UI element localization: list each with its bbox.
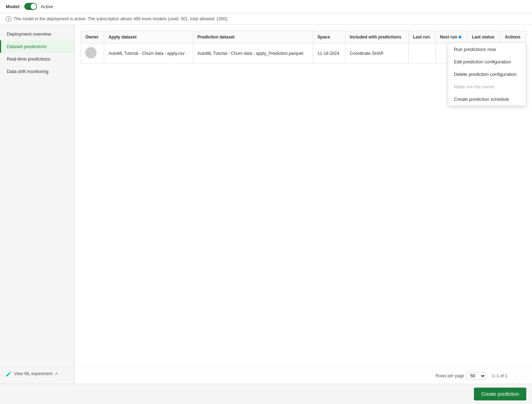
- info-bar: i The model in the deployment is active.…: [0, 13, 532, 25]
- flask-icon: 🧪: [6, 371, 12, 377]
- dropdown-item-edit-prediction-config[interactable]: Edit prediction configuration: [448, 56, 526, 68]
- sort-indicator: [459, 36, 461, 38]
- create-prediction-button[interactable]: Create prediction: [474, 388, 526, 400]
- sidebar-nav: Deployment overview Dataset predictions …: [0, 28, 75, 366]
- rows-per-page-label: Rows per page: [436, 373, 465, 378]
- cell-apply-dataset: AutoML Tutorial - Churn data - apply.csv: [104, 43, 193, 63]
- dropdown-item-create-prediction-schedule[interactable]: Create prediction schedule: [448, 93, 526, 105]
- rows-per-page-select[interactable]: 50 25 100: [466, 372, 486, 380]
- sidebar: Deployment overview Dataset predictions …: [0, 25, 75, 384]
- cell-last-run: [409, 43, 436, 63]
- avatar: [85, 47, 97, 58]
- sidebar-item-dataset-predictions[interactable]: Dataset predictions: [0, 40, 75, 53]
- col-prediction-dataset: Prediction dataset: [193, 31, 313, 43]
- page-info: 1–1 of 1: [492, 373, 507, 378]
- cell-space: 11-18-2024: [313, 43, 345, 63]
- dropdown-item-delete-prediction-config[interactable]: Delete prediction configuration: [448, 68, 526, 81]
- table-footer: Rows per page 50 25 100 1–1 of 1 ‹ ›: [75, 368, 532, 384]
- model-toggle[interactable]: [24, 3, 37, 10]
- active-label: Active: [41, 4, 53, 9]
- col-last-run: Last run: [409, 31, 436, 43]
- sidebar-item-deployment-overview[interactable]: Deployment overview: [0, 28, 75, 40]
- dropdown-menu: Run predictions now Edit prediction conf…: [448, 43, 526, 106]
- col-owner: Owner: [81, 31, 104, 43]
- top-bar: Model: Active: [0, 0, 532, 13]
- dropdown-item-run-predictions-now[interactable]: Run predictions now: [448, 43, 526, 56]
- sidebar-item-realtime-predictions[interactable]: Real-time predictions: [0, 53, 75, 65]
- content-area: Owner Apply dataset Prediction dataset S…: [75, 25, 532, 384]
- dropdown-item-make-me-owner: Make me the owner: [448, 81, 526, 93]
- cell-prediction-dataset: AutoML Tutorial - Churn data - apply_Pre…: [193, 43, 313, 63]
- view-ml-experiment-link[interactable]: 🧪 View ML experiment ↗: [0, 366, 75, 381]
- table-container: Owner Apply dataset Prediction dataset S…: [75, 25, 532, 368]
- next-page-button[interactable]: ›: [520, 372, 526, 380]
- rows-per-page-control: Rows per page 50 25 100: [436, 372, 486, 380]
- col-actions: Actions: [500, 31, 526, 43]
- col-next-run[interactable]: Next run: [435, 31, 467, 43]
- col-space: Space: [313, 31, 345, 43]
- prev-page-button[interactable]: ‹: [513, 372, 519, 380]
- cell-owner: [81, 43, 104, 63]
- external-link-icon: ↗: [55, 372, 58, 376]
- col-apply-dataset: Apply dataset: [104, 31, 193, 43]
- info-message: The model in the deployment is active. T…: [14, 16, 229, 21]
- bottom-bar: Create prediction: [0, 384, 532, 404]
- info-icon: i: [6, 16, 11, 22]
- cell-included-with-predictions: Coordinate SHAP: [345, 43, 408, 63]
- sidebar-item-data-drift-monitoring[interactable]: Data drift monitoring: [0, 65, 75, 78]
- view-ml-experiment-label: View ML experiment: [14, 371, 52, 376]
- pagination-nav: ‹ ›: [513, 372, 526, 380]
- model-label: Model:: [6, 4, 21, 9]
- col-last-status: Last status: [467, 31, 500, 43]
- col-included-with-predictions: Included with predictions: [345, 31, 408, 43]
